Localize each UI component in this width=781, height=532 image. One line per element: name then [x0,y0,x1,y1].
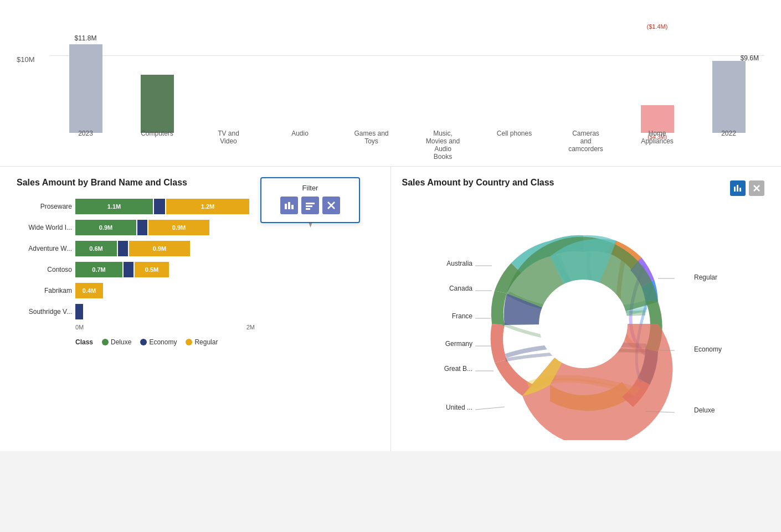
brand-bars-contoso: 0.7M 0.5M [75,262,169,277]
brand-label-southridge: Southridge V... [17,308,72,316]
right-panel: Sales Amount by Country and Class [391,167,782,451]
right-panel-chart-icon[interactable] [730,180,746,196]
brand-x-0m: 0M [75,324,84,330]
bar-tv-video [193,33,264,133]
x-label-audio: Audio [264,130,336,161]
brand-row-contoso: Contoso 0.7M 0.5M [17,262,379,277]
brand-label-contoso: Contoso [17,266,72,273]
top-bar-chart: $11.8M [50,11,764,161]
bar-contoso-economy [124,262,133,277]
bar-fabrikam-deluxe: 0.4M [75,283,103,298]
legend-economy-label: Economy [149,338,177,346]
svg-text:Regular: Regular [694,273,717,281]
bar-southridge-deluxe [75,304,83,319]
legend-regular-label: Regular [194,338,218,346]
top-chart-panel: $10M $11.8M [0,0,781,167]
svg-text:Germany: Germany [445,340,472,348]
bar-proseware-economy [154,199,165,214]
svg-rect-0 [285,204,287,209]
svg-rect-8 [734,187,736,192]
legend-deluxe-dot [102,339,109,345]
bar-wide-world-deluxe: 0.9M [75,220,136,235]
legend-deluxe-label: Deluxe [111,338,131,346]
svg-rect-10 [739,188,741,192]
svg-text:Economy: Economy [694,345,722,353]
x-label-2023: 2023 [50,130,121,161]
bar-music [407,33,479,133]
svg-rect-5 [306,208,310,210]
bar-proseware-regular: 1.2M [166,199,249,214]
brand-bars-proseware: 1.1M 1.2M [75,199,249,214]
bar-audio [264,33,336,133]
brand-label-fabrikam: Fabrikam [17,287,72,295]
right-panel-icons [730,180,764,196]
x-label-cell-phones: Cell phones [479,130,550,161]
svg-rect-2 [291,205,294,209]
bar-cell-phones [479,33,550,133]
filter-tooltip: Filter [260,177,360,223]
x-label-cameras: Camerasandcamcorders [550,130,621,161]
brand-label-proseware: Proseware [17,203,72,210]
brand-legend: Class Deluxe Economy Regular [17,338,379,346]
svg-text:United ...: United ... [446,404,472,411]
brand-bars-southridge [75,304,83,319]
bar-cameras [550,33,621,133]
svg-text:France: France [451,312,472,320]
bar-adventure-economy [118,241,128,256]
filter-tooltip-title: Filter [269,184,351,192]
bar-2023-label: $11.8M [74,34,96,42]
brand-label-wide-world: Wide World I... [17,224,72,231]
x-label-2022: 2022 [693,130,764,161]
chord-chart-svg: Australia Canada France Germany Great B.… [439,208,727,440]
legend-economy-dot [140,339,147,345]
brand-label-adventure: Adventure W... [17,245,72,252]
bar-proseware-deluxe: 1.1M [75,199,153,214]
x-label-tv-video: TV andVideo [193,130,264,161]
svg-point-22 [539,280,628,368]
x-label-music: Music,Movies andAudioBooks [407,130,479,161]
cursor [307,222,313,228]
svg-rect-3 [306,203,315,204]
brand-bars-adventure: 0.6M 0.9M [75,241,190,256]
bar-2022: $9.6M [693,33,764,133]
svg-rect-9 [737,185,738,192]
svg-text:Australia: Australia [446,260,472,267]
bar-home-appliances: ($1.4M) ($4.3M) [621,33,693,133]
bar-contoso-regular: 0.5M [135,262,169,277]
filter-tooltip-icons [269,197,351,214]
chord-chart-container: Australia Canada France Germany Great B.… [402,208,765,440]
svg-line-28 [475,407,505,410]
legend-regular-dot [186,339,192,345]
bar-wide-world-economy [137,220,147,235]
x-label-home-appliances: HomeAppliances [621,130,693,161]
right-panel-clear-icon[interactable] [749,180,764,196]
bar-contoso-deluxe: 0.7M [75,262,122,277]
svg-rect-4 [306,205,312,207]
brand-row-fabrikam: Fabrikam 0.4M [17,283,379,298]
bar-adventure-regular: 0.9M [129,241,190,256]
x-label-games-toys: Games andToys [336,130,407,161]
y-axis-label: $10M [17,55,50,64]
filter-bar-icon-btn[interactable] [301,197,319,214]
bar-home-appliances-top-label: ($1.4M) [647,23,668,30]
legend-economy: Economy [140,338,177,346]
brand-row-southridge: Southridge V... [17,304,379,319]
filter-chart-icon-btn[interactable] [280,197,298,214]
brand-row-adventure: Adventure W... 0.6M 0.9M [17,241,379,256]
bar-computers [121,33,193,133]
x-label-computers: Computers [121,130,193,161]
bar-adventure-deluxe: 0.6M [75,241,117,256]
brand-x-axis: 0M 2M [17,324,255,330]
svg-text:Canada: Canada [449,285,472,292]
svg-text:Great B...: Great B... [444,365,472,373]
right-panel-title: Sales Amount by Country and Class [402,178,554,188]
brand-bars-wide-world: 0.9M 0.9M [75,220,209,235]
bar-wide-world-regular: 0.9M [148,220,209,235]
svg-text:Deluxe: Deluxe [694,406,715,414]
bar-games-toys [336,33,407,133]
legend-deluxe: Deluxe [102,338,131,346]
filter-clear-icon-btn[interactable] [322,197,340,214]
brand-bars-fabrikam: 0.4M [75,283,103,298]
bar-2022-top-label: $9.6M [741,54,759,62]
bar-2023: $11.8M [50,33,121,133]
